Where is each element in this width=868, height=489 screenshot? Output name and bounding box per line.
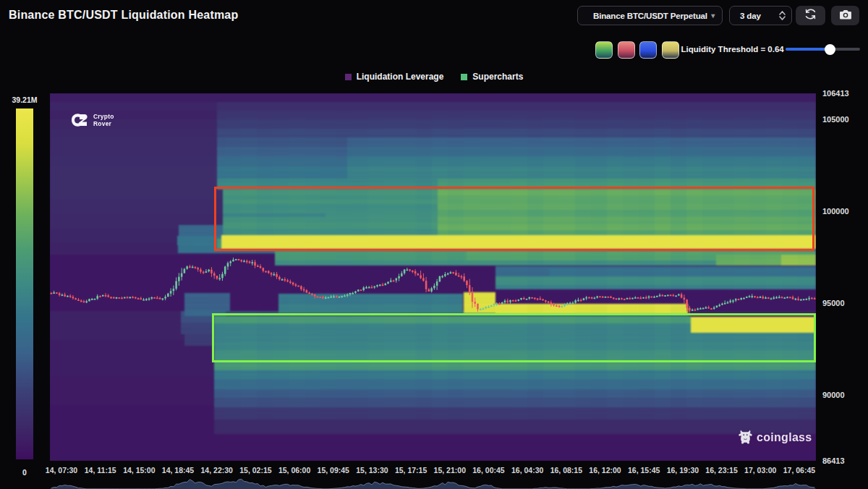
slider-fill	[786, 48, 830, 51]
price-tick-label: 90000	[822, 391, 845, 399]
heatmap-plot-area[interactable]: CryptoRover coinglass	[50, 93, 816, 461]
coinglass-logo-icon	[739, 429, 752, 446]
price-tick-label: 95000	[822, 299, 845, 307]
red-annotation-box	[214, 187, 814, 251]
colorbar-gradient	[16, 109, 33, 459]
legend-label: Liquidation Leverage	[357, 72, 444, 82]
volume-mini-chart	[50, 475, 816, 489]
threshold-slider[interactable]	[786, 48, 860, 51]
stepper-icon[interactable]	[779, 11, 786, 20]
time-tick-label: 17, 06:45	[770, 466, 828, 475]
camera-icon	[839, 9, 852, 23]
palette-swatch-blue[interactable]	[639, 41, 657, 59]
legend-swatch-purple	[345, 74, 352, 80]
price-tick-label: 86413	[822, 456, 845, 465]
price-tick-label: 105000	[822, 115, 849, 124]
symbol-select-value: Binance BTC/USDT Perpetual	[593, 11, 707, 20]
legend-item-liquidation-leverage[interactable]: Liquidation Leverage	[345, 72, 444, 82]
colorbar-max-label: 39.21M	[10, 95, 39, 104]
palette-swatch-red[interactable]	[618, 41, 635, 59]
period-select-value: 3 day	[740, 11, 761, 20]
period-select[interactable]: 3 day	[729, 6, 792, 25]
threshold-label: Liquidity Threshold = 0.64	[681, 45, 784, 54]
price-tick-label: 100000	[822, 207, 849, 216]
liquidation-heatmap-canvas[interactable]	[50, 93, 816, 461]
legend-item-supercharts[interactable]: Supercharts	[461, 72, 523, 82]
slider-thumb[interactable]	[825, 44, 835, 55]
chart-legend: Liquidation Leverage Supercharts	[0, 72, 868, 82]
refresh-button[interactable]	[796, 6, 825, 25]
palette-swatch-yellow[interactable]	[662, 41, 679, 59]
page-title: Binance BTC/USDT Liquidation Heatmap	[9, 9, 238, 22]
chevron-down-icon: ▾	[711, 12, 715, 20]
crypto-rover-watermark: CryptoRover	[70, 112, 114, 128]
legend-label: Supercharts	[472, 72, 523, 82]
crypto-rover-logo-icon	[70, 112, 88, 128]
coinglass-watermark: coinglass	[739, 429, 812, 446]
price-tick-label: 106413	[822, 89, 849, 98]
legend-swatch-green	[461, 74, 467, 80]
symbol-select[interactable]: Binance BTC/USDT Perpetual ▾	[577, 6, 723, 25]
camera-button[interactable]	[831, 6, 859, 25]
refresh-icon	[804, 8, 817, 23]
crypto-rover-watermark-text: CryptoRover	[93, 113, 114, 127]
palette-swatch-green[interactable]	[595, 41, 613, 59]
coinglass-watermark-text: coinglass	[757, 431, 812, 444]
green-annotation-box	[212, 313, 816, 362]
